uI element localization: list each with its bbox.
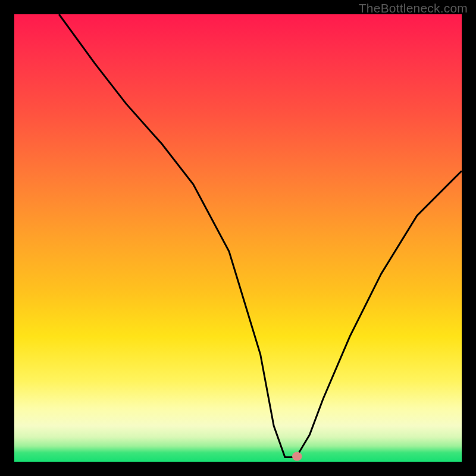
watermark-label: TheBottleneck.com bbox=[359, 1, 468, 15]
chart-container: TheBottleneck.com bbox=[0, 0, 476, 476]
highlight-marker bbox=[292, 452, 302, 461]
highlight-marker-layer bbox=[14, 14, 462, 462]
plot-area bbox=[14, 14, 462, 462]
